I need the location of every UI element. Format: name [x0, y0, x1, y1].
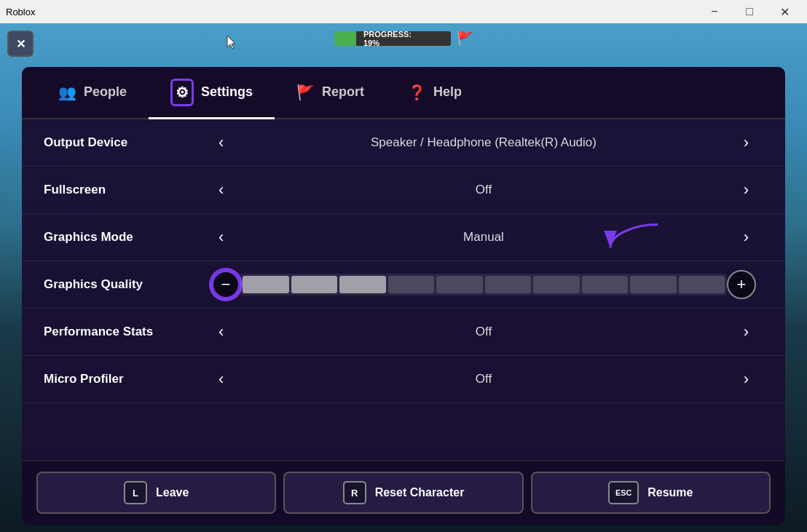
graphics-mode-value: Manual: [238, 230, 728, 245]
graphics-mode-label: Graphics Mode: [44, 230, 204, 245]
setting-graphics-quality: Graphics Quality −: [22, 261, 785, 309]
flag-icon: 🚩: [457, 31, 473, 47]
reset-character-button[interactable]: R Reset Character: [283, 472, 523, 514]
graphics-quality-increase[interactable]: +: [727, 270, 756, 299]
graphics-mode-next[interactable]: ›: [729, 228, 763, 247]
titlebar: Roblox − □ ✕: [0, 0, 807, 23]
fullscreen-control: ‹ Off ›: [204, 180, 763, 199]
micro-profiler-control: ‹ Off ›: [204, 370, 763, 389]
output-device-prev[interactable]: ‹: [204, 133, 238, 152]
close-overlay-button[interactable]: ✕: [7, 31, 34, 57]
setting-output-device: Output Device ‹ Speaker / Headphone (Rea…: [22, 119, 785, 167]
output-device-label: Output Device: [44, 135, 204, 150]
quality-seg-5: [436, 276, 483, 293]
tab-bar: 👥 People ⚙ Settings 🚩 Report ❓ Help: [22, 67, 785, 119]
leave-button[interactable]: L Leave: [36, 472, 276, 514]
micro-profiler-label: Micro Profiler: [44, 372, 204, 386]
setting-fullscreen: Fullscreen ‹ Off ›: [22, 167, 785, 214]
close-x-icon: ✕: [16, 37, 25, 51]
graphics-mode-control: ‹ Manual ›: [204, 228, 763, 247]
graphics-quality-decrease[interactable]: −: [211, 270, 240, 299]
setting-micro-profiler: Micro Profiler ‹ Off ›: [22, 356, 785, 403]
maximize-button[interactable]: □: [733, 0, 766, 23]
people-icon: 👥: [58, 84, 76, 101]
quality-seg-7: [533, 276, 580, 293]
performance-stats-control: ‹ Off ›: [204, 322, 763, 341]
minimize-button[interactable]: −: [698, 0, 731, 23]
quality-bar-track: [240, 274, 727, 295]
mouse-cursor: [226, 34, 240, 52]
resume-label: Resume: [647, 486, 693, 499]
output-device-next[interactable]: ›: [729, 133, 763, 152]
quality-seg-2: [291, 276, 338, 293]
micro-profiler-next[interactable]: ›: [729, 370, 763, 389]
fullscreen-next[interactable]: ›: [729, 180, 763, 199]
report-icon: 🚩: [296, 84, 315, 101]
reset-key-badge: R: [343, 481, 366, 504]
performance-stats-label: Performance Stats: [44, 325, 204, 339]
quality-seg-10: [679, 276, 725, 293]
tab-report-label: Report: [322, 84, 364, 100]
tab-settings-label: Settings: [201, 84, 253, 100]
tab-settings[interactable]: ⚙ Settings: [149, 67, 275, 119]
progress-area: PROGRESS: 19% 🚩: [334, 31, 473, 47]
quality-seg-4: [388, 276, 435, 293]
fullscreen-value: Off: [238, 183, 728, 197]
tab-help[interactable]: ❓ Help: [386, 67, 484, 119]
progress-bar-container: PROGRESS: 19%: [334, 31, 451, 46]
resume-key-badge: ESC: [608, 481, 639, 504]
settings-gear-icon: ⚙: [170, 79, 194, 106]
reset-character-label: Reset Character: [375, 486, 465, 499]
resume-button[interactable]: ESC Resume: [531, 472, 771, 514]
graphics-mode-prev[interactable]: ‹: [204, 228, 238, 247]
performance-stats-prev[interactable]: ‹: [204, 322, 238, 341]
output-device-value: Speaker / Headphone (Realtek(R) Audio): [238, 135, 728, 150]
micro-profiler-value: Off: [238, 372, 728, 386]
quality-seg-3: [339, 276, 386, 293]
setting-graphics-mode: Graphics Mode ‹ Manual ›: [22, 214, 785, 261]
help-icon: ❓: [408, 84, 426, 101]
output-device-control: ‹ Speaker / Headphone (Realtek(R) Audio)…: [204, 133, 763, 152]
performance-stats-next[interactable]: ›: [729, 322, 763, 341]
window-close-button[interactable]: ✕: [768, 0, 801, 23]
tab-report[interactable]: 🚩 Report: [275, 67, 386, 119]
graphics-quality-label: Graphics Quality: [44, 277, 204, 292]
graphics-quality-control: − +: [204, 270, 763, 299]
performance-stats-value: Off: [238, 325, 728, 339]
app-title: Roblox: [6, 7, 35, 17]
game-background: PROGRESS: 19% 🚩 ✕ 👥 People ⚙ Settings: [0, 23, 807, 532]
quality-seg-9: [630, 276, 677, 293]
tab-people[interactable]: 👥 People: [36, 67, 149, 119]
leave-label: Leave: [156, 486, 189, 499]
window-controls: − □ ✕: [698, 0, 801, 23]
progress-bar-fill: [334, 31, 356, 46]
setting-performance-stats: Performance Stats ‹ Off ›: [22, 309, 785, 356]
fullscreen-prev[interactable]: ‹: [204, 180, 238, 199]
quality-seg-1: [243, 276, 289, 293]
micro-profiler-prev[interactable]: ‹: [204, 370, 238, 389]
settings-content: Output Device ‹ Speaker / Headphone (Rea…: [22, 119, 785, 460]
settings-modal: 👥 People ⚙ Settings 🚩 Report ❓ Help: [22, 67, 785, 525]
fullscreen-label: Fullscreen: [44, 183, 204, 197]
progress-text: PROGRESS: 19%: [363, 31, 422, 46]
tab-people-label: People: [84, 84, 127, 100]
quality-seg-8: [582, 276, 629, 293]
tab-help-label: Help: [433, 84, 462, 100]
quality-seg-6: [485, 276, 532, 293]
leave-key-badge: L: [124, 481, 147, 504]
bottom-bar: L Leave R Reset Character ESC Resume: [22, 460, 785, 525]
